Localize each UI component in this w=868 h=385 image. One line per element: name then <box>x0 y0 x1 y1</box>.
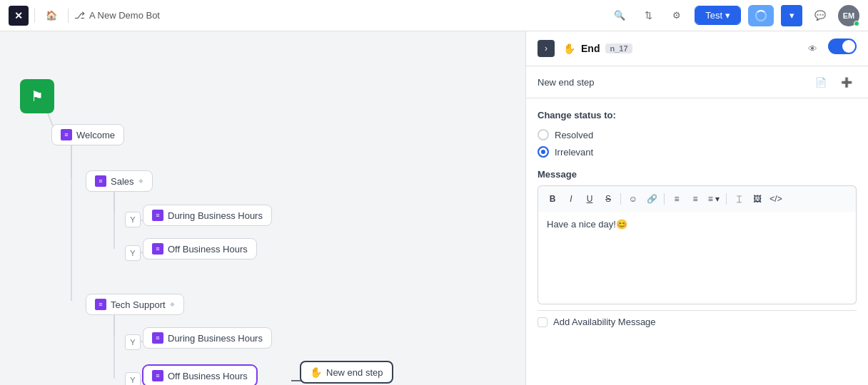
main-area: ⚑ ≡ Welcome ≡ Sales ⌖ Y ≡ During <box>0 31 868 385</box>
filter1-node[interactable]: Y <box>125 212 141 227</box>
topbar-actions: 🔍 ⇅ ⚙ Test ▾ ▾ 💬 EM <box>609 5 859 26</box>
align-button[interactable]: ≡ ▾ <box>705 190 722 207</box>
during-hours-1-label: During Business Hours <box>168 210 263 221</box>
settings-icon[interactable]: ⚙ <box>666 5 687 26</box>
filter-icon-2: Y <box>130 249 135 257</box>
test-button[interactable]: Test ▾ <box>695 6 740 24</box>
loading-button <box>748 5 774 26</box>
test-button-group: Test ▾ <box>695 6 741 25</box>
filter3-node[interactable]: Y <box>125 334 141 350</box>
panel-actions: 👁 <box>802 38 857 58</box>
image-button[interactable]: 🖼 <box>749 190 766 207</box>
filter-icon-4: Y <box>130 376 135 384</box>
flag-icon: ⚑ <box>31 88 44 105</box>
app-logo[interactable]: ✕ <box>9 6 29 26</box>
node-icon: ≡ <box>61 129 72 140</box>
tech-support-node[interactable]: ≡ Tech Support ⌖ <box>86 294 184 315</box>
node-icon-sales: ≡ <box>95 175 106 187</box>
right-panel: › ✋ End n_17 👁 New end step 📄 <box>525 31 868 385</box>
copy-icon[interactable]: 📄 <box>811 72 831 92</box>
message-label: Message <box>538 169 857 180</box>
panel-node-name: End <box>581 43 600 54</box>
ordered-list-button[interactable]: ≡ <box>687 190 704 207</box>
search-icon[interactable]: 🔍 <box>609 5 630 26</box>
add-icon[interactable]: ➕ <box>837 72 857 92</box>
strikethrough-button[interactable]: S <box>600 190 617 207</box>
node-icon-ts: ≡ <box>95 299 106 310</box>
expand-icon[interactable]: ▾ <box>781 5 802 26</box>
resolved-radio-item[interactable]: Resolved <box>538 129 857 140</box>
availability-row: Add Availability Message <box>538 310 857 333</box>
filter2-node[interactable]: Y <box>125 245 141 261</box>
spinner <box>755 10 767 21</box>
avatar-status-dot <box>854 21 859 26</box>
node-icon-dbh2: ≡ <box>152 332 163 344</box>
italic-button[interactable]: I <box>562 190 580 207</box>
node-icon-obh1: ≡ <box>152 243 163 255</box>
breadcrumb: ⎇ A New Demo Bot <box>74 10 160 21</box>
irrelevant-label: Irrelevant <box>555 147 593 158</box>
resolved-radio[interactable] <box>538 129 549 140</box>
during-hours-2-node[interactable]: ≡ During Business Hours <box>143 327 272 349</box>
off-hours-2-node[interactable]: ≡ Off Business Hours <box>143 365 257 385</box>
during-hours-1-node[interactable]: ≡ During Business Hours <box>143 205 272 226</box>
filter-icon-3: Y <box>130 338 135 346</box>
toolbar-sep3 <box>726 193 727 205</box>
new-end-step-label: New end step <box>326 367 383 378</box>
during-hours-2-label: During Business Hours <box>168 333 263 344</box>
sales-node[interactable]: ≡ Sales ⌖ <box>86 170 153 192</box>
change-status-section: Change status to: Resolved Irrelevant <box>538 110 857 158</box>
toolbar-sep1 <box>620 193 621 205</box>
bot-name: A New Demo Bot <box>89 10 160 21</box>
welcome-node[interactable]: ≡ Welcome <box>51 124 124 145</box>
panel-node-title: ✋ End n_17 <box>563 43 797 54</box>
code-button[interactable]: </> <box>767 190 784 207</box>
irrelevant-radio-item[interactable]: Irrelevant <box>538 146 857 158</box>
filter4-node[interactable]: Y <box>125 372 141 385</box>
flow-canvas[interactable]: ⚑ ≡ Welcome ≡ Sales ⌖ Y ≡ During <box>0 31 525 385</box>
resolved-label: Resolved <box>555 130 593 140</box>
collapse-panel-button[interactable]: › <box>538 40 555 57</box>
eye-icon[interactable]: 👁 <box>802 38 822 58</box>
swap-icon[interactable]: ⇅ <box>637 5 659 26</box>
off-hours-1-node[interactable]: ≡ Off Business Hours <box>143 238 257 260</box>
bullet-list-button[interactable]: ≡ <box>668 190 685 207</box>
avatar[interactable]: EM <box>838 5 859 26</box>
panel-header: › ✋ End n_17 👁 <box>526 31 868 66</box>
indent-button[interactable]: ⌶ <box>730 190 747 207</box>
toggle-knob <box>842 40 855 53</box>
panel-title-area: ✋ End n_17 <box>563 43 797 54</box>
panel-node-badge: n_17 <box>605 43 632 53</box>
underline-button[interactable]: U <box>581 190 598 207</box>
topbar-divider2 <box>68 9 69 23</box>
topbar: ✕ 🏠 ⎇ A New Demo Bot 🔍 ⇅ ⚙ Test ▾ ▾ 💬 EM <box>0 0 868 31</box>
chevron-down-icon: ▾ <box>725 10 730 21</box>
node-icon-dbh1: ≡ <box>152 210 163 221</box>
welcome-label: Welcome <box>76 130 115 140</box>
link-button[interactable]: 🔗 <box>643 190 660 207</box>
filter-icon: Y <box>130 215 135 224</box>
panel-subtitle-text: New end step <box>538 77 595 88</box>
home-icon[interactable]: 🏠 <box>41 5 62 26</box>
emoji-button[interactable]: ☺ <box>625 190 642 207</box>
message-content: Have a nice day!😊 <box>547 219 627 230</box>
toolbar-sep2 <box>664 193 665 205</box>
bot-icon: ⎇ <box>74 10 85 21</box>
off-hours-1-label: Off Business Hours <box>168 244 248 255</box>
change-status-label: Change status to: <box>538 110 857 120</box>
sales-label: Sales <box>111 176 134 187</box>
panel-subtitle: New end step 📄 ➕ <box>526 66 868 98</box>
new-end-step-canvas-node[interactable]: ✋ New end step <box>300 361 393 384</box>
radio-group: Resolved Irrelevant <box>538 129 857 158</box>
irrelevant-radio[interactable] <box>538 146 549 158</box>
node-icon-obh2: ≡ <box>152 370 163 381</box>
availability-checkbox[interactable] <box>538 317 547 327</box>
bold-button[interactable]: B <box>544 190 561 207</box>
message-editor[interactable]: Have a nice day!😊 <box>538 212 857 304</box>
tech-support-label: Tech Support <box>111 299 166 310</box>
chat-icon[interactable]: 💬 <box>809 5 831 26</box>
start-node[interactable]: ⚑ <box>20 79 54 113</box>
tag-icon-ts: ⌖ <box>170 299 175 309</box>
toggle-switch[interactable] <box>828 38 857 54</box>
editor-toolbar: B I U S ☺ 🔗 ≡ ≡ ≡ ▾ ⌶ 🖼 </> <box>538 185 857 212</box>
